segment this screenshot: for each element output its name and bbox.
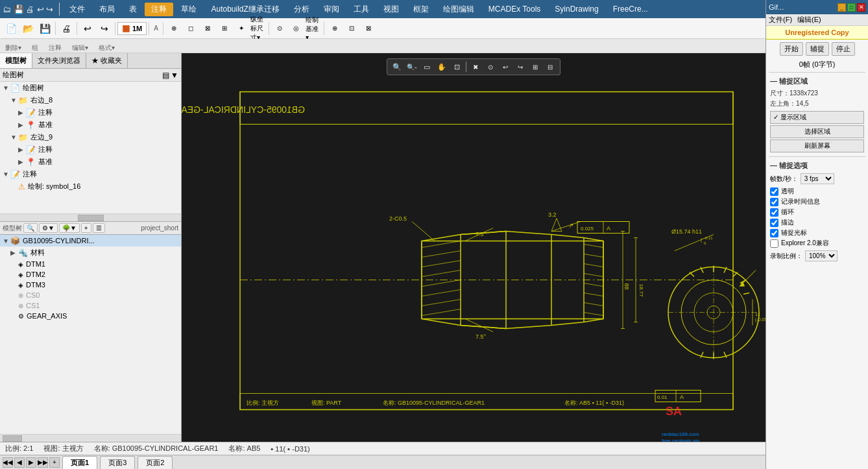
select-region-btn[interactable]: 选择区域 (770, 125, 864, 138)
menu-freecre[interactable]: FreeCre... (607, 3, 655, 15)
page-tab-2[interactable]: 页面2 (138, 456, 173, 469)
tree-settings-btn[interactable]: ▼ (171, 71, 178, 80)
timestamp-checkbox[interactable] (770, 198, 778, 206)
menu-drawing-edit[interactable]: 绘图编辑 (437, 3, 481, 16)
extra-btn1[interactable]: ⊙ (271, 21, 288, 36)
menu-layout[interactable]: 布局 (93, 3, 121, 16)
menu-syindrawing[interactable]: SyinDrawing (548, 3, 605, 15)
view-btn2[interactable]: ⊙ (483, 60, 498, 73)
page-tab-1[interactable]: 页面1 (62, 456, 97, 469)
tab-file-browser[interactable]: 文件夹浏览器 (32, 53, 86, 68)
tab-favorites[interactable]: ★ 收藏夹 (86, 53, 128, 68)
view-btn4[interactable]: ↪ (513, 60, 527, 73)
dim-btn3[interactable]: ⊠ (199, 21, 216, 36)
menu-review[interactable]: 审阅 (317, 3, 346, 16)
mt-cs1[interactable]: ⊕ CS1 (0, 300, 181, 311)
menu-frame[interactable]: 框架 (407, 3, 435, 16)
open-btn[interactable]: 📂 (19, 21, 36, 36)
nav-add-btn[interactable]: + (49, 457, 60, 468)
extra-btn4[interactable]: ⊡ (343, 21, 360, 36)
mt-gear-axis[interactable]: ⚙ GEAR_AXIS (0, 311, 181, 321)
draw-base-btn[interactable]: 绘制基准▾ (305, 21, 322, 36)
extra-btn2[interactable]: ◎ (288, 21, 305, 36)
view-btn3[interactable]: ↩ (498, 60, 512, 73)
mt-expand-btn[interactable]: 🌳▼ (59, 223, 80, 233)
stop-btn[interactable]: 停止 (832, 42, 855, 56)
nav-next-btn[interactable]: ▶ (26, 457, 36, 468)
dim-btn4[interactable]: ⊞ (216, 21, 233, 36)
zoom-out-btn[interactable]: 🔍- (405, 60, 419, 73)
view-btn6[interactable]: ⊟ (543, 60, 557, 73)
transparent-checkbox[interactable] (770, 187, 778, 196)
explorer-checkbox[interactable] (770, 239, 778, 248)
start-btn[interactable]: 开始 (780, 42, 803, 56)
snap-cursor-checkbox[interactable] (770, 229, 778, 237)
extra-btn3[interactable]: ⊕ (326, 21, 343, 36)
tree-annotation-root[interactable]: ▼ 📝 注释 (0, 168, 181, 180)
view-btn1[interactable]: ✖ (468, 60, 483, 73)
hscroll-thumb[interactable] (78, 215, 104, 221)
zoom-window-btn[interactable]: ▭ (420, 60, 434, 73)
minimize-btn[interactable]: _ (838, 3, 846, 12)
tree-symbol16[interactable]: ⚠ 绘制: symbol_16 (0, 180, 181, 193)
tree-left-9[interactable]: ▼ 📁 左边_9 (0, 131, 181, 143)
hscroll-drawing[interactable] (0, 213, 181, 221)
menu-file[interactable]: 文件 (63, 3, 91, 16)
close-btn[interactable]: ✕ (857, 3, 865, 12)
menu-table[interactable]: 表 (123, 3, 143, 16)
mt-settings-btn[interactable]: ⚙▼ (39, 223, 58, 233)
extra-btn5[interactable]: ⊠ (360, 21, 377, 36)
tree-annotation-left[interactable]: ▶ 📝 注释 (0, 143, 181, 156)
menu-analysis[interactable]: 分析 (287, 3, 316, 16)
mt-material[interactable]: ▶ 🔩 材料 (0, 247, 181, 259)
mt-filter-btn[interactable]: 🔍 (23, 223, 38, 233)
menu-mcadex[interactable]: MCADEx Tools (482, 3, 547, 15)
undo-btn[interactable]: ↩ (79, 21, 96, 36)
gif-menu-edit[interactable]: 编辑(E) (797, 15, 821, 25)
save-btn[interactable]: 💾 (36, 21, 53, 36)
loop-checkbox[interactable] (770, 208, 778, 217)
fps-select[interactable]: 3 fps 5 fps 10 fps (801, 173, 834, 184)
menu-autobuildz[interactable]: AutobuildZ继承迁移 (204, 3, 285, 16)
menu-view[interactable]: 视图 (377, 3, 405, 16)
tree-drawing-root[interactable]: ▼ 📄 绘图树 (0, 82, 181, 94)
view-btn5[interactable]: ⊞ (528, 60, 542, 73)
mt-dtm1[interactable]: ◈ DTM1 (0, 259, 181, 269)
dim-btn5[interactable]: ✦ (233, 21, 250, 36)
coord-btn[interactable]: 纵坐标尺寸▾ (250, 21, 267, 36)
record-btn[interactable]: 辅捉 (806, 42, 829, 56)
mt-root[interactable]: ▼ 📦 GB10095-CYLINDRI... (0, 235, 181, 247)
show-region-btn[interactable]: ✓ 显示区域 (770, 111, 864, 124)
tree-expand-btn[interactable]: ▤ (162, 71, 169, 80)
tree-datum-left[interactable]: ▶ 📍 基准 (0, 156, 181, 168)
tab-model-tree-top[interactable]: 模型树 (0, 53, 32, 68)
tree-right-8[interactable]: ▼ 📁 右边_8 (0, 94, 181, 106)
snap-edge-checkbox[interactable] (770, 219, 778, 227)
tree-annotation-right[interactable]: ▶ 📝 注释 (0, 106, 181, 119)
page-tab-3[interactable]: 页面3 (100, 456, 135, 469)
mt-dtm2[interactable]: ◈ DTM2 (0, 269, 181, 280)
dim-btn1[interactable]: ⊕ (165, 21, 182, 36)
mt-add-btn[interactable]: + (81, 223, 91, 233)
maximize-btn[interactable]: □ (847, 3, 856, 12)
zoom-in-btn[interactable]: 🔍 (390, 60, 404, 73)
nav-prev-btn[interactable]: ◀ (14, 457, 25, 468)
mt-dtm3[interactable]: ◈ DTM3 (0, 280, 181, 290)
new-btn[interactable]: 📄 (3, 21, 19, 36)
menu-sketch[interactable]: 草绘 (175, 3, 203, 16)
pan-btn[interactable]: ✋ (435, 60, 449, 73)
menu-tools[interactable]: 工具 (347, 3, 376, 16)
menu-annotation[interactable]: 注释 (145, 3, 173, 16)
print-btn[interactable]: 🖨 (58, 21, 75, 36)
zoom-fit-btn[interactable]: ⊡ (450, 60, 464, 73)
hscroll-model-thumb[interactable] (3, 435, 22, 442)
nav-last-btn[interactable]: ▶▶ (38, 457, 48, 468)
dim-btn2[interactable]: ◻ (182, 21, 199, 36)
hscroll-model[interactable] (0, 434, 181, 442)
mt-menu-btn[interactable]: ☰ (93, 223, 105, 233)
nav-first-btn[interactable]: ◀◀ (3, 457, 13, 468)
redo-btn[interactable]: ↪ (96, 21, 113, 36)
scale-select[interactable]: 100% 75% 50% (805, 250, 838, 261)
refresh-btn[interactable]: 刷新屏幕 (770, 139, 864, 152)
mt-cs0[interactable]: ⊕ CS0 (0, 290, 181, 300)
